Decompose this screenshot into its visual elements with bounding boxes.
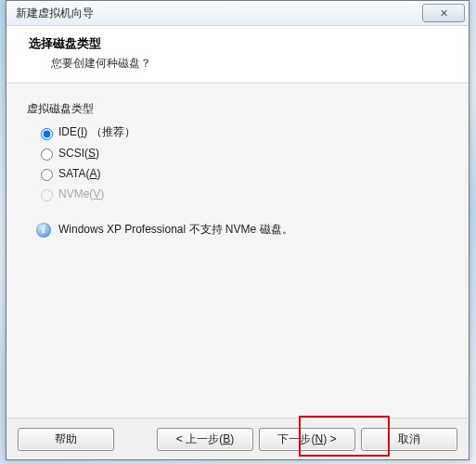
close-icon: ✕ — [440, 8, 448, 19]
help-button[interactable]: 帮助 — [18, 428, 114, 451]
radio-nvme: NVMe(V) — [36, 187, 448, 201]
wizard-footer: 帮助 < 上一步(B) 下一步(N) > 取消 — [6, 418, 469, 459]
info-row: i Windows XP Professional 不支持 NVMe 磁盘。 — [36, 222, 448, 238]
radio-nvme-input — [41, 189, 53, 201]
radio-ide[interactable]: IDE(I) （推荐） — [36, 124, 448, 140]
back-button[interactable]: < 上一步(B) — [157, 428, 253, 451]
wizard-body: 虚拟磁盘类型 IDE(I) （推荐） SCSI(S) SATA(A) — [6, 84, 469, 418]
cancel-button[interactable]: 取消 — [361, 428, 457, 451]
radio-label: SATA(A) — [58, 167, 101, 180]
radio-sata[interactable]: SATA(A) — [36, 166, 448, 181]
radio-scsi-input[interactable] — [41, 148, 53, 161]
radio-scsi[interactable]: SCSI(S) — [36, 146, 448, 161]
page-title: 选择磁盘类型 — [29, 35, 454, 52]
radio-ide-input[interactable] — [41, 128, 53, 140]
radio-label: NVMe(V) — [58, 187, 104, 200]
group-label: 虚拟磁盘类型 — [27, 101, 448, 117]
next-button[interactable]: 下一步(N) > — [259, 428, 355, 451]
radio-sata-input[interactable] — [41, 169, 53, 181]
radio-label: SCSI(S) — [58, 147, 99, 160]
radio-label: IDE(I) （推荐） — [58, 124, 135, 140]
wizard-header: 选择磁盘类型 您要创建何种磁盘？ — [6, 26, 469, 84]
window-close-button[interactable]: ✕ — [422, 4, 465, 22]
page-subtitle: 您要创建何种磁盘？ — [51, 56, 454, 71]
wizard-window: 新建虚拟机向导 ✕ 选择磁盘类型 您要创建何种磁盘？ 虚拟磁盘类型 IDE(I)… — [6, 0, 470, 460]
titlebar: 新建虚拟机向导 ✕ — [6, 1, 469, 26]
info-text: Windows XP Professional 不支持 NVMe 磁盘。 — [58, 222, 293, 238]
window-title: 新建虚拟机向导 — [16, 6, 422, 21]
info-icon: i — [36, 223, 51, 238]
